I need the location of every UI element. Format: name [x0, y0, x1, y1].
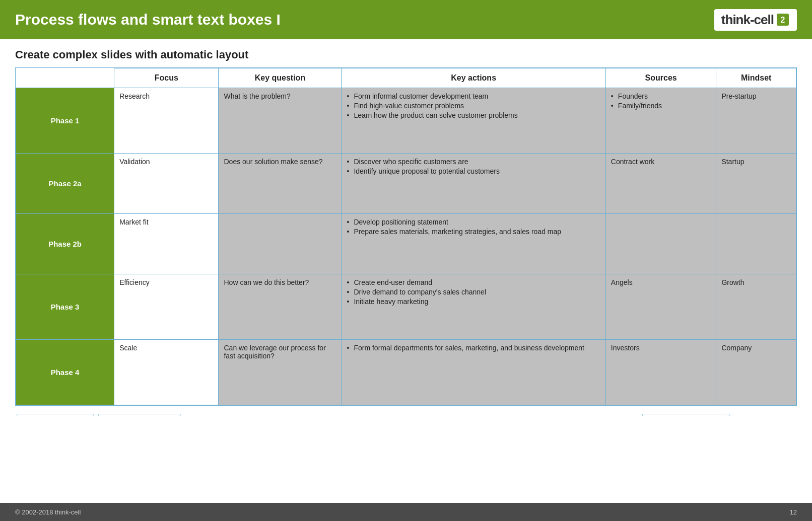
header-bar: Process flows and smart text boxes I thi… — [0, 0, 812, 39]
actions-cell-2a: Discover who specific customers are Iden… — [342, 154, 605, 214]
col-question-header: Key question — [219, 68, 342, 88]
mindset-cell-2b — [716, 214, 796, 274]
measure-arrow-1: ← → — [15, 414, 96, 414]
actions-list-1: Form informal customer development team … — [347, 92, 600, 119]
table-row: Phase 1 Research What is the problem? Fo… — [16, 88, 796, 154]
mindset-cell-2a: Startup — [716, 154, 796, 214]
action-item: Develop positioning statement — [347, 218, 600, 226]
action-item: Discover who specific customers are — [347, 158, 600, 166]
source-item: Family/friends — [611, 102, 711, 110]
question-cell-2b — [219, 214, 342, 274]
sources-cell-4: Investors — [605, 340, 716, 405]
measure-arrow-3: ← → — [641, 414, 731, 414]
sources-list-1: Founders Family/friends — [611, 92, 711, 110]
focus-cell-4: Scale — [114, 340, 219, 405]
actions-list-4: Form formal departments for sales, marke… — [347, 344, 600, 352]
actions-cell-2b: Develop positioning statement Prepare sa… — [342, 214, 605, 274]
logo-container: think-cell 2 — [714, 9, 797, 31]
measure-row: ← → ← → ← → — [15, 409, 797, 419]
slide-title: Create complex slides with automatic lay… — [15, 48, 797, 61]
mindset-cell-4: Company — [716, 340, 796, 405]
measure-arrow-2: ← → — [97, 414, 182, 414]
sources-cell-2a: Contract work — [605, 154, 716, 214]
focus-cell-3: Efficiency — [114, 274, 219, 340]
mindset-cell-3: Growth — [716, 274, 796, 340]
footer-copyright: © 2002-2018 think-cell — [15, 508, 81, 516]
phase-1-label: Phase 1 — [51, 116, 80, 125]
action-item: Identify unique proposal to potential cu… — [347, 167, 600, 175]
focus-cell-2a: Validation — [114, 154, 219, 214]
action-item: Find high-value customer problems — [347, 102, 600, 110]
action-item: Drive demand to company's sales channel — [347, 288, 600, 296]
header-row: Focus Key question Key actions Sources M… — [16, 68, 796, 88]
focus-cell-2b: Market fit — [114, 214, 219, 274]
sources-cell-2b — [605, 214, 716, 274]
actions-cell-4: Form formal departments for sales, marke… — [342, 340, 605, 405]
actions-list-2b: Develop positioning statement Prepare sa… — [347, 218, 600, 236]
action-item: Form informal customer development team — [347, 92, 600, 100]
action-item: Create end-user demand — [347, 278, 600, 286]
phase-cell-3: Phase 3 — [16, 274, 114, 340]
main-table: Focus Key question Key actions Sources M… — [16, 68, 796, 405]
sources-cell-3: Angels — [605, 274, 716, 340]
col-mindset-header: Mindset — [716, 68, 796, 88]
question-cell-1: What is the problem? — [219, 88, 342, 154]
col-sources-header: Sources — [605, 68, 716, 88]
table-row: Phase 2a Validation Does our solution ma… — [16, 154, 796, 214]
svg-text:2: 2 — [781, 16, 785, 24]
question-cell-4: Can we leverage our process for fast acq… — [219, 340, 342, 405]
table-row: Phase 3 Efficiency How can we do this be… — [16, 274, 796, 340]
sources-cell-1: Founders Family/friends — [605, 88, 716, 154]
question-cell-2a: Does our solution make sense? — [219, 154, 342, 214]
col-actions-header: Key actions — [342, 68, 605, 88]
action-item: Learn how the product can solve customer… — [347, 111, 600, 119]
action-item: Form formal departments for sales, marke… — [347, 344, 600, 352]
col-phase-header — [16, 68, 114, 88]
footer-page-number: 12 — [790, 508, 797, 516]
logo-icon: 2 — [776, 13, 790, 27]
table-row: Phase 4 Scale Can we leverage our proces… — [16, 340, 796, 405]
phase-2b-label: Phase 2b — [48, 240, 82, 248]
actions-cell-1: Form informal customer development team … — [342, 88, 605, 154]
question-cell-3: How can we do this better? — [219, 274, 342, 340]
col-focus-header: Focus — [114, 68, 219, 88]
phase-3-label: Phase 3 — [51, 303, 80, 311]
phase-cell-2a: Phase 2a — [16, 154, 114, 214]
actions-cell-3: Create end-user demand Drive demand to c… — [342, 274, 605, 340]
action-item: Prepare sales materials, marketing strat… — [347, 228, 600, 236]
source-item: Founders — [611, 92, 711, 100]
header-title: Process flows and smart text boxes I — [15, 11, 281, 28]
phase-cell-2b: Phase 2b — [16, 214, 114, 274]
phase-cell-4: Phase 4 — [16, 340, 114, 405]
table-outer: Focus Key question Key actions Sources M… — [15, 67, 797, 406]
phase-2a-label: Phase 2a — [49, 179, 82, 188]
main-content: Create complex slides with automatic lay… — [0, 39, 812, 424]
table-row: Phase 2b Market fit Develop positioning … — [16, 214, 796, 274]
focus-cell-1: Research — [114, 88, 219, 154]
mindset-cell-1: Pre-startup — [716, 88, 796, 154]
logo-text: think-cell — [721, 12, 774, 28]
footer: © 2002-2018 think-cell 12 — [0, 503, 812, 521]
actions-list-3: Create end-user demand Drive demand to c… — [347, 278, 600, 306]
phase-cell-1: Phase 1 — [16, 88, 114, 154]
phase-4-label: Phase 4 — [51, 368, 80, 377]
action-item: Initiate heavy marketing — [347, 297, 600, 306]
actions-list-2a: Discover who specific customers are Iden… — [347, 158, 600, 175]
